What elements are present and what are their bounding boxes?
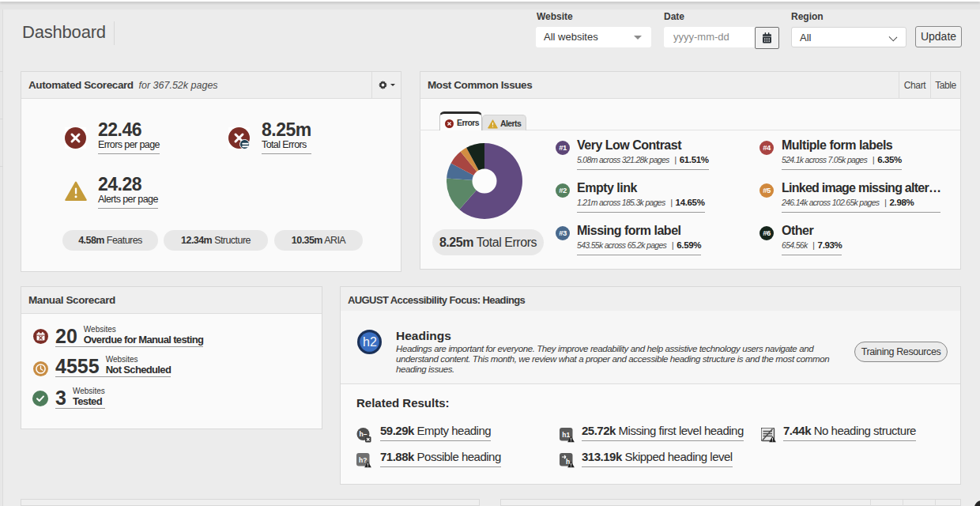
svg-text:h1: h1 [562, 431, 570, 439]
svg-text:h: h [566, 458, 570, 466]
svg-text:h?: h? [359, 456, 367, 464]
svg-text:h2: h2 [363, 335, 377, 349]
